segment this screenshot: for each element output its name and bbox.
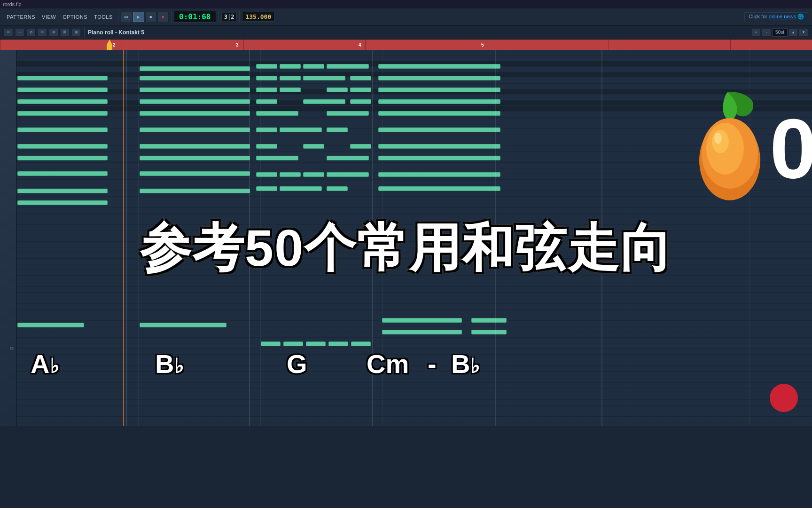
tool-eraser[interactable]: ⊘ — [26, 28, 36, 37]
note[interactable] — [327, 87, 348, 92]
note[interactable] — [280, 76, 301, 80]
piano-keyboard[interactable]: E2 — [0, 50, 16, 426]
note[interactable] — [378, 172, 500, 177]
news-link[interactable]: online news — [769, 14, 796, 19]
note[interactable] — [327, 186, 348, 191]
note[interactable] — [256, 87, 277, 92]
tool-pencil[interactable]: ✏ — [4, 28, 13, 37]
note[interactable] — [382, 330, 462, 334]
time-display: 0:01:68 — [174, 11, 216, 23]
note[interactable] — [382, 318, 462, 323]
pianoroll-toolbar: ✏ ⊹ ⊘ ✂ ⊕ ⌘ ⊞ Piano roll - Kontakt 5 + -… — [0, 25, 812, 40]
stop-btn[interactable]: ■ — [145, 12, 156, 22]
note[interactable] — [303, 144, 324, 149]
tool-scissors[interactable]: ✂ — [38, 28, 47, 37]
note[interactable] — [140, 76, 250, 80]
menu-tools[interactable]: TOOLS — [91, 13, 116, 21]
note[interactable] — [256, 64, 277, 69]
note[interactable] — [327, 127, 348, 132]
note[interactable] — [378, 76, 500, 80]
record-btn[interactable]: ● — [157, 12, 169, 22]
note[interactable] — [140, 66, 250, 71]
marker-3: 3 — [236, 42, 239, 48]
note[interactable] — [471, 330, 507, 334]
note[interactable] — [17, 127, 108, 132]
zoom-in-btn[interactable]: + — [751, 28, 761, 37]
note[interactable] — [140, 99, 250, 104]
note[interactable] — [256, 156, 298, 160]
note[interactable] — [256, 111, 298, 116]
note[interactable] — [17, 144, 108, 149]
note[interactable] — [17, 200, 108, 205]
note[interactable] — [280, 64, 301, 69]
zoom-controls: + - 50st ▲ ▼ — [751, 28, 808, 37]
note[interactable] — [378, 144, 500, 149]
red-circle-indicator[interactable] — [770, 384, 798, 412]
tool-select[interactable]: ⊹ — [15, 28, 24, 37]
note[interactable] — [17, 323, 84, 327]
note[interactable] — [327, 64, 369, 69]
note[interactable] — [17, 111, 108, 116]
note[interactable] — [303, 172, 324, 177]
timeline-ruler[interactable]: 2 3 4 5 — [0, 40, 812, 50]
note[interactable] — [280, 127, 322, 132]
section-divider-1 — [126, 50, 127, 426]
note[interactable] — [378, 186, 500, 191]
note[interactable] — [140, 189, 250, 193]
note[interactable] — [378, 156, 500, 160]
tool-paint[interactable]: ⊞ — [71, 28, 81, 37]
note[interactable] — [378, 87, 500, 92]
note[interactable] — [350, 76, 371, 80]
tool-magnet[interactable]: ⌘ — [60, 28, 70, 37]
note[interactable] — [303, 99, 345, 104]
note[interactable] — [350, 144, 371, 149]
note[interactable] — [17, 156, 108, 160]
note[interactable] — [256, 76, 277, 80]
note[interactable] — [140, 111, 250, 116]
note[interactable] — [17, 189, 108, 193]
note[interactable] — [256, 186, 277, 191]
note[interactable] — [327, 172, 369, 177]
note[interactable] — [17, 171, 108, 176]
play-btn[interactable]: ▶ — [133, 12, 144, 22]
playhead-line — [123, 50, 124, 426]
note[interactable] — [140, 323, 226, 327]
note[interactable] — [280, 172, 301, 177]
note[interactable] — [378, 99, 500, 104]
note[interactable] — [350, 87, 371, 92]
menu-patterns[interactable]: PATTERNS — [4, 13, 38, 21]
snap-display: 50st — [772, 28, 788, 37]
rewind-btn[interactable]: ⏮ — [121, 12, 132, 22]
menu-options[interactable]: OPTIONS — [60, 13, 90, 21]
note[interactable] — [327, 156, 369, 160]
menu-view[interactable]: VIEW — [39, 13, 59, 21]
note[interactable] — [350, 99, 371, 104]
note[interactable] — [303, 76, 345, 80]
note[interactable] — [140, 171, 250, 176]
zoom-out-btn[interactable]: - — [762, 28, 771, 37]
note[interactable] — [256, 172, 277, 177]
note[interactable] — [256, 127, 277, 132]
note[interactable] — [378, 111, 500, 116]
note[interactable] — [303, 64, 324, 69]
note[interactable] — [280, 186, 322, 191]
note[interactable] — [140, 127, 250, 132]
note[interactable] — [17, 99, 108, 104]
snap-up-btn[interactable]: ▲ — [789, 28, 798, 37]
snap-down-btn[interactable]: ▼ — [799, 28, 808, 37]
note[interactable] — [256, 99, 277, 104]
news-button[interactable]: Click for online news 🌐 — [744, 12, 808, 21]
note[interactable] — [256, 144, 277, 149]
note[interactable] — [327, 111, 369, 116]
note[interactable] — [140, 156, 250, 160]
note[interactable] — [17, 87, 108, 92]
note[interactable] — [140, 87, 250, 92]
note[interactable] — [140, 144, 250, 149]
note[interactable] — [378, 127, 500, 132]
note[interactable] — [378, 64, 500, 69]
note[interactable] — [17, 76, 108, 80]
note[interactable] — [471, 318, 507, 323]
tool-zoom[interactable]: ⊕ — [49, 28, 58, 37]
separator-line — [16, 346, 812, 346]
note[interactable] — [280, 87, 301, 92]
